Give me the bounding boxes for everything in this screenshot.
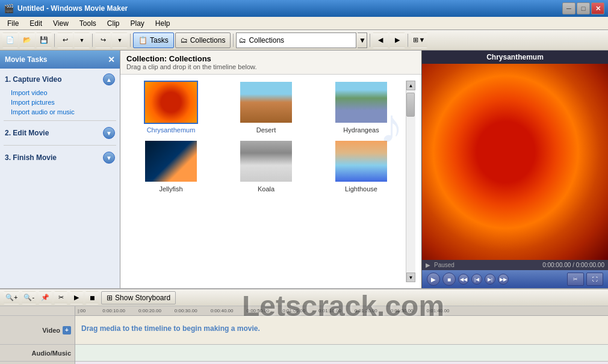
preview-status-text: Paused	[434, 262, 454, 268]
menu-tools[interactable]: Tools	[75, 18, 101, 29]
play-button[interactable]: ▶	[427, 273, 440, 286]
thumb-koala-img	[239, 140, 293, 183]
thumb-koala[interactable]: Koala	[222, 140, 311, 193]
maximize-button[interactable]: □	[577, 2, 590, 14]
task-1-label: 1. Capture Video	[5, 75, 61, 84]
titlebar-left: 🎬 Untitled - Windows Movie Maker	[4, 4, 128, 13]
tasks-close-button[interactable]: ✕	[108, 55, 115, 64]
tl-play-timeline-button[interactable]: ▶	[70, 291, 83, 304]
storyboard-toggle-button[interactable]: ⊞ Show Storyboard	[101, 291, 176, 304]
thumbnails-grid: Chrysanthemum Desert Hydrangeas	[126, 81, 406, 282]
task-2-toggle[interactable]: ▼	[103, 127, 115, 139]
import-video-link[interactable]: Import video	[4, 88, 116, 97]
stop-button[interactable]: ■	[442, 273, 456, 286]
drag-text: Drag media to the timeline to begin maki…	[75, 316, 266, 344]
undo-button[interactable]: ↩	[57, 32, 73, 48]
collections-dropdown[interactable]: 🗂 Collections	[236, 32, 356, 48]
task-3-toggle[interactable]: ▼	[103, 152, 115, 164]
split-button[interactable]: ✂	[567, 273, 584, 286]
ruler-marks: |:00 0:00:10.00 0:00:20.00 0:00:30.00 0:…	[75, 306, 462, 315]
thumb-hydrangeas-img	[334, 81, 388, 124]
task-3-header[interactable]: 3. Finish Movie ▼	[4, 149, 116, 166]
menu-file[interactable]: File	[2, 18, 23, 29]
storyboard-icon: ⊞	[107, 294, 113, 302]
tasks-label: Tasks	[150, 36, 169, 45]
thumb-jellyfish[interactable]: Jellyfish	[126, 140, 216, 193]
undo-arrow[interactable]: ▼	[74, 32, 90, 48]
thumb-desert-label: Desert	[256, 126, 276, 134]
video-add-button[interactable]: +	[63, 326, 71, 335]
task-1-toggle[interactable]: ▲	[103, 73, 115, 85]
thumb-lighthouse-img	[334, 140, 388, 183]
thumb-jellyfish-img	[144, 140, 198, 183]
next-frame-button[interactable]: ▶|	[485, 274, 495, 285]
save-button[interactable]: 💾	[36, 32, 52, 48]
redo-button[interactable]: ↪	[95, 32, 111, 48]
video-track: Drag media to the timeline to begin maki…	[75, 316, 608, 345]
menu-clip[interactable]: Clip	[102, 18, 125, 29]
menu-view[interactable]: View	[48, 18, 73, 29]
tl-zoom-out-button[interactable]: 🔍-	[22, 291, 36, 304]
tl-split-button[interactable]: ✂	[54, 291, 67, 304]
view-options-button[interactable]: ⊞▼	[411, 32, 427, 48]
back-button[interactable]: ◀	[373, 32, 388, 48]
open-button[interactable]: 📂	[19, 32, 35, 48]
import-pictures-link[interactable]: Import pictures	[4, 97, 116, 107]
fast-forward-button[interactable]: ▶▶	[498, 274, 509, 285]
task-1-header[interactable]: 1. Capture Video ▲	[4, 71, 116, 88]
import-audio-link[interactable]: Import audio or music	[4, 107, 116, 117]
tasks-header: Movie Tasks ✕	[0, 51, 120, 69]
sep3	[130, 34, 131, 47]
prev-frame-button[interactable]: |◀	[471, 274, 482, 285]
tl-marker-button[interactable]: 📌	[39, 291, 52, 304]
scroll-up-button[interactable]: ▲	[406, 81, 415, 90]
sep4	[233, 34, 234, 47]
task-3-label: 3. Finish Movie	[5, 153, 57, 162]
redo-arrow[interactable]: ▼	[112, 32, 128, 48]
thumb-chrysanthemum[interactable]: Chrysanthemum	[126, 81, 216, 134]
menu-edit[interactable]: Edit	[25, 18, 47, 29]
timeline-area: 🔍+ 🔍- 📌 ✂ ▶ ⏹ ⊞ Show Storyboard Video + …	[0, 288, 608, 364]
fullscreen-button[interactable]: ⛶	[586, 273, 603, 286]
sep2	[92, 34, 93, 47]
tl-stop-timeline-button[interactable]: ⏹	[85, 291, 99, 304]
minimize-button[interactable]: ─	[562, 2, 575, 14]
scroll-down-button[interactable]: ▼	[406, 273, 415, 282]
collection-scrollbar: ▲ ▼	[406, 81, 415, 282]
thumb-lighthouse[interactable]: Lighthouse	[317, 140, 406, 193]
new-button[interactable]: 📄	[2, 32, 18, 48]
preview-controls-bar: ▶ Paused 0:00:00.00 / 0:00:00.00	[422, 260, 608, 270]
timeline-tracks: |:00 0:00:10.00 0:00:20.00 0:00:30.00 0:…	[75, 306, 608, 364]
scroll-track[interactable]	[406, 90, 415, 273]
close-button[interactable]: ✕	[591, 2, 604, 14]
rewind-button[interactable]: ◀◀	[458, 274, 469, 285]
menubar: File Edit View Tools Clip Play Help	[0, 17, 608, 30]
collections-nav-button[interactable]: 🗂 Collections	[175, 32, 231, 48]
timeline-ruler: |:00 0:00:10.00 0:00:20.00 0:00:30.00 0:…	[75, 306, 608, 316]
collection-content: Chrysanthemum Desert Hydrangeas	[120, 75, 421, 288]
left-panel: Movie Tasks ✕ 1. Capture Video ▲ Import …	[0, 51, 120, 288]
thumb-jellyfish-label: Jellyfish	[159, 185, 182, 193]
tasks-header-label: Movie Tasks	[5, 55, 47, 64]
storyboard-label: Show Storyboard	[115, 294, 170, 302]
audio-label-text: Audio/Music	[32, 350, 71, 357]
thumb-desert[interactable]: Desert	[222, 81, 311, 134]
menu-help[interactable]: Help	[150, 18, 175, 29]
scroll-thumb[interactable]	[406, 93, 415, 117]
preview-video	[422, 64, 608, 260]
collections-dropdown-icon: 🗂	[239, 36, 246, 45]
tl-zoom-in-button[interactable]: 🔍+	[4, 291, 19, 304]
tasks-icon: 📋	[138, 36, 147, 45]
preview-status-icon: ▶	[426, 262, 430, 268]
menu-play[interactable]: Play	[126, 18, 149, 29]
task-section-finish: 3. Finish Movie ▼	[0, 147, 120, 168]
tasks-button[interactable]: 📋 Tasks	[133, 32, 174, 48]
forward-button[interactable]: ▶	[389, 32, 405, 48]
titlebar: 🎬 Untitled - Windows Movie Maker ─ □ ✕	[0, 0, 608, 17]
collections-dropdown-arrow[interactable]: ▼	[358, 32, 367, 48]
task-2-header[interactable]: 2. Edit Movie ▼	[4, 125, 116, 141]
thumb-hydrangeas[interactable]: Hydrangeas	[317, 81, 406, 134]
thumb-lighthouse-label: Lighthouse	[345, 185, 377, 193]
title-track-label: Title Overlay	[0, 362, 75, 364]
timeline-toolbar: 🔍+ 🔍- 📌 ✂ ▶ ⏹ ⊞ Show Storyboard	[0, 289, 608, 306]
